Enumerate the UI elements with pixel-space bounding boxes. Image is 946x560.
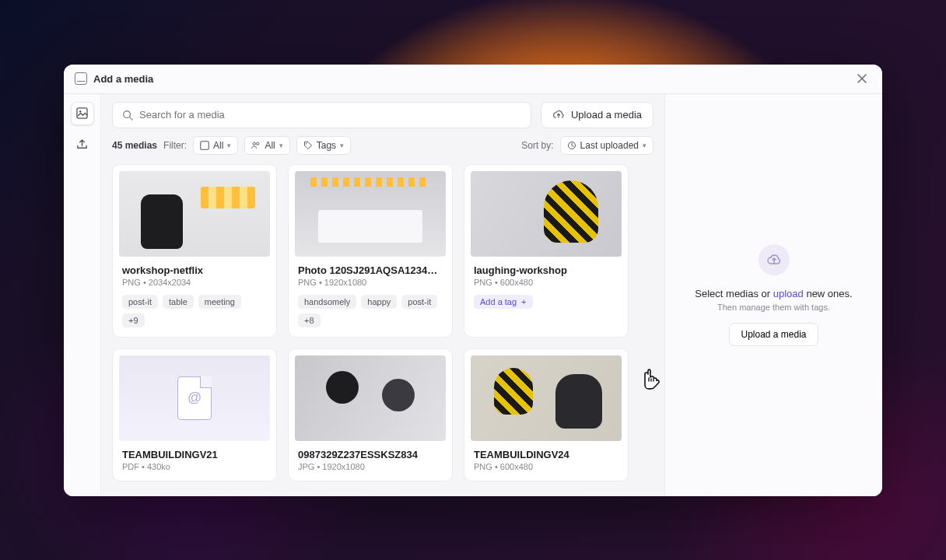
media-title: workshop-netflix: [122, 264, 267, 276]
media-card[interactable]: laughing-workshop PNG • 600x480 Add a ta…: [464, 164, 629, 338]
search-field[interactable]: [139, 109, 521, 121]
media-modal: Add a media Upload a media: [64, 65, 882, 496]
document-icon: [177, 376, 212, 420]
media-meta: PDF • 430ko: [122, 462, 267, 471]
media-grid: workshop-netflix PNG • 2034x2034 post-it…: [112, 164, 653, 481]
tag-chip[interactable]: post-it: [122, 295, 158, 309]
filter-tags-label: Tags: [317, 140, 336, 151]
search-input[interactable]: [112, 102, 531, 128]
add-tag-button[interactable]: Add a tag +: [474, 295, 533, 309]
tag-chip[interactable]: happy: [361, 295, 397, 309]
image-icon: [76, 107, 88, 119]
filter-type-label: All: [213, 140, 223, 151]
media-title: Photo 120SJ291AQSA1234123: [298, 264, 443, 276]
media-card[interactable]: Photo 120SJ291AQSA1234123 PNG • 1920x108…: [288, 164, 453, 338]
media-meta: PNG • 2034x2034: [122, 278, 267, 287]
media-thumbnail: [295, 171, 446, 257]
tag-more[interactable]: +8: [298, 313, 321, 327]
chevron-down-icon: ▾: [643, 142, 646, 149]
sort-label: Sort by:: [521, 140, 553, 151]
media-meta: JPG • 1920x1080: [298, 462, 443, 471]
people-icon: [251, 141, 261, 150]
chevron-down-icon: ▾: [227, 142, 231, 149]
rail-library-button[interactable]: [71, 102, 94, 125]
media-title: laughing-workshop: [474, 264, 618, 276]
media-meta: PNG • 600x480: [474, 278, 618, 287]
upload-link[interactable]: upload: [773, 288, 804, 299]
image-icon: [200, 141, 209, 150]
toolbar: Upload a media: [112, 102, 653, 128]
empty-message: Select medias or upload new ones.: [695, 288, 852, 299]
svg-rect-3: [201, 141, 209, 149]
cloud-icon: [759, 244, 790, 275]
chevron-down-icon: ▾: [340, 142, 344, 149]
media-title: TEAMBUILDINGV24: [474, 449, 618, 460]
media-thumbnail: [119, 355, 270, 441]
filter-bar: 45 medias Filter: All ▾ All ▾ Tags ▾: [112, 136, 653, 155]
media-thumbnail: [295, 355, 446, 441]
cloud-upload-icon: [552, 109, 565, 121]
svg-point-5: [257, 142, 259, 145]
close-button[interactable]: [853, 69, 871, 88]
svg-point-1: [79, 110, 81, 112]
media-thumbnail: [471, 171, 622, 257]
clock-icon: [567, 141, 576, 150]
media-card[interactable]: TEAMBUILDINGV21 PDF • 430ko: [112, 348, 277, 481]
media-card[interactable]: TEAMBUILDINGV24 PNG • 600x480: [464, 348, 629, 481]
details-panel: Select medias or upload new ones. Then m…: [664, 94, 882, 496]
filter-label: Filter:: [163, 140, 187, 151]
tag-chip[interactable]: meeting: [198, 295, 241, 309]
media-count: 45 medias: [112, 140, 157, 151]
media-meta: PNG • 600x480: [474, 462, 618, 471]
sort-value: Last uploaded: [580, 140, 639, 151]
side-rail: [64, 94, 101, 496]
tag-chip[interactable]: table: [163, 295, 194, 309]
filter-type[interactable]: All ▾: [193, 136, 238, 155]
tag-icon: [303, 141, 313, 150]
media-card[interactable]: 0987329Z237ESSKSZ834 JPG • 1920x1080: [288, 348, 453, 481]
media-thumbnail: [119, 171, 270, 257]
msg-post: new ones.: [804, 288, 853, 299]
filter-tags[interactable]: Tags ▾: [296, 136, 351, 155]
media-card[interactable]: workshop-netflix PNG • 2034x2034 post-it…: [112, 164, 277, 338]
add-tag-label: Add a tag: [480, 297, 517, 306]
media-thumbnail: [471, 355, 622, 441]
svg-point-6: [306, 143, 307, 145]
plus-icon: +: [521, 297, 526, 306]
filter-people-label: All: [265, 140, 275, 151]
side-upload-button[interactable]: Upload a media: [729, 323, 818, 346]
tag-more[interactable]: +9: [122, 313, 145, 327]
empty-subtext: Then manage them with tags.: [717, 303, 830, 312]
tag-chip[interactable]: post-it: [401, 295, 437, 309]
msg-pre: Select medias or: [695, 288, 773, 299]
upload-media-button[interactable]: Upload a media: [541, 102, 653, 128]
modal-title: Add a media: [93, 73, 153, 85]
tag-chip[interactable]: handsomely: [298, 295, 356, 309]
upload-tray-icon: [76, 138, 88, 150]
search-icon: [122, 110, 133, 121]
media-title: 0987329Z237ESSKSZ834: [298, 449, 443, 460]
modal-titlebar: Add a media: [64, 65, 882, 94]
image-icon: [75, 72, 87, 85]
media-meta: PNG • 1920x1080: [298, 278, 443, 287]
sort-select[interactable]: Last uploaded ▾: [560, 136, 653, 155]
svg-point-4: [253, 142, 255, 145]
rail-upload-button[interactable]: [71, 133, 94, 156]
upload-label: Upload a media: [571, 109, 642, 121]
main-panel: Upload a media 45 medias Filter: All ▾ A…: [101, 94, 664, 496]
chevron-down-icon: ▾: [279, 142, 283, 149]
media-title: TEAMBUILDINGV21: [122, 449, 267, 460]
filter-people[interactable]: All ▾: [244, 136, 289, 155]
